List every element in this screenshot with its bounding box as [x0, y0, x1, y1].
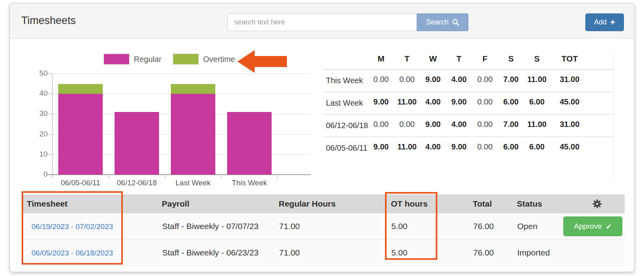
- week-cell-0-7: 31.00: [550, 75, 589, 84]
- bar-regular-2: [171, 94, 215, 175]
- week-cell-2-2: 9.00: [420, 120, 446, 129]
- status-cell: Imported: [513, 248, 570, 257]
- ytick-30: [48, 114, 52, 114]
- weekly-hours-table: MTWTFSSTOTThis Week0.000.009.004.000.007…: [323, 52, 614, 159]
- page-title: Timesheets: [21, 15, 76, 27]
- week-cell-2-0: 0.00: [368, 120, 394, 129]
- gridline-y50: [52, 73, 311, 74]
- week-cell-1-7: 45.00: [550, 97, 589, 106]
- status-cell: Open: [513, 222, 570, 231]
- regular-hours-cell: 71.00: [274, 222, 387, 231]
- approve-button[interactable]: Approve✔: [563, 216, 622, 236]
- legend-item-regular[interactable]: Regular: [103, 53, 161, 65]
- xtick-label-0: 06/05-06/11: [52, 179, 109, 187]
- week-cell-0-0: 0.00: [368, 75, 394, 84]
- search-button[interactable]: Search: [417, 13, 468, 31]
- col-header-payroll: Payroll: [157, 199, 274, 209]
- week-cell-0-5: 7.00: [498, 75, 524, 84]
- ytick-label-10: 10: [26, 150, 48, 159]
- legend-item-overtime[interactable]: Overtime: [172, 53, 235, 65]
- week-cell-1-6: 6.00: [524, 97, 550, 106]
- bar-overtime-2: [171, 84, 215, 94]
- timesheet-table: TimesheetPayrollRegular HoursOT hoursTot…: [22, 194, 625, 266]
- chart-legend: RegularOvertime: [103, 53, 235, 65]
- xtick-2: [165, 175, 165, 178]
- week-cell-3-1: 11.00: [394, 142, 420, 151]
- ytick-label-30: 30: [26, 109, 48, 118]
- week-cell-0-1: 0.00: [394, 75, 420, 84]
- search-button-label: Search: [426, 18, 448, 26]
- magnifier-icon: [452, 19, 459, 26]
- week-cell-2-3: 4.00: [446, 120, 472, 129]
- week-cell-0-3: 4.00: [446, 75, 472, 84]
- ytick-50: [48, 73, 52, 74]
- check-icon: ✔: [606, 222, 612, 231]
- ytick-label-20: 20: [26, 130, 48, 138]
- legend-label-regular: Regular: [134, 55, 161, 64]
- add-button[interactable]: Add +: [585, 13, 624, 31]
- week-cell-2-7: 31.00: [550, 120, 589, 129]
- plus-icon: +: [610, 18, 615, 27]
- regular-hours-cell: 71.00: [274, 248, 387, 257]
- xtick-label-1: 06/12-06/18: [109, 179, 165, 187]
- xtick-label-2: Last Week: [165, 179, 221, 187]
- ytick-10: [48, 154, 52, 155]
- week-cell-3-2: 4.00: [420, 142, 446, 151]
- total-cell: 76.00: [468, 248, 513, 257]
- week-cell-0-4: 0.00: [472, 75, 498, 84]
- search-input[interactable]: [228, 13, 417, 31]
- action-cell: Approve✔: [570, 213, 625, 239]
- week-cell-1-1: 11.00: [394, 97, 420, 106]
- approve-button-label: Approve: [574, 222, 602, 231]
- week-cell-3-5: 6.00: [498, 142, 524, 151]
- legend-label-overtime: Overtime: [203, 55, 235, 64]
- bar-regular-0: [58, 94, 103, 175]
- card-header: Timesheets Search Add +: [10, 4, 634, 39]
- week-cell-3-4: 0.00: [472, 142, 498, 151]
- week-cell-1-2: 4.00: [420, 97, 446, 106]
- chart-y-axis: [52, 74, 53, 178]
- bar-regular-3: [227, 112, 272, 175]
- timesheet-link[interactable]: 06/05/2023 - 06/18/2023: [31, 249, 113, 257]
- week-row-label: Last Week: [323, 97, 368, 109]
- timesheet-link[interactable]: 06/19/2023 - 07/02/2023: [31, 222, 113, 231]
- legend-swatch-overtime: [172, 53, 199, 65]
- week-cell-1-0: 9.00: [368, 97, 394, 106]
- week-table-header-row: MTWTFSSTOT: [323, 52, 614, 70]
- week-cell-3-0: 9.00: [368, 142, 394, 151]
- week-cell-2-5: 7.00: [498, 120, 524, 129]
- week-row-label: 06/12-06/18: [323, 120, 368, 131]
- ytick-40: [48, 93, 52, 94]
- week-table-edge: [614, 52, 614, 179]
- timesheet-table-header: TimesheetPayrollRegular HoursOT hoursTot…: [22, 194, 625, 213]
- xtick-0: [52, 175, 53, 178]
- ot-hours-cell: 5.00: [387, 248, 468, 257]
- action-cell: [570, 240, 625, 266]
- week-table-row-2: 06/12-06/180.000.009.004.000.007.0011.00…: [323, 115, 614, 137]
- add-button-label: Add: [594, 18, 607, 26]
- settings-column-header[interactable]: [570, 199, 625, 209]
- week-table-row-0: This Week0.000.009.004.000.007.0011.0031…: [323, 70, 614, 92]
- gear-icon[interactable]: [592, 199, 602, 209]
- week-col-s-6: S: [524, 54, 550, 63]
- payroll-cell: Staff - Biweekly - 06/23/23: [157, 248, 274, 257]
- week-cell-3-6: 6.00: [524, 142, 550, 151]
- payroll-cell: Staff - Biweekly - 07/07/23: [157, 222, 274, 231]
- bar-regular-1: [115, 112, 159, 175]
- col-header-timesheet: Timesheet: [22, 199, 157, 209]
- col-header-total: Total: [468, 199, 513, 209]
- xtick-1: [108, 175, 109, 178]
- week-cell-0-2: 9.00: [420, 75, 446, 84]
- ytick-label-0: 0: [26, 170, 48, 179]
- timesheet-cell: 06/19/2023 - 07/02/2023: [22, 222, 157, 231]
- week-col-w-2: W: [420, 54, 446, 63]
- xtick-label-3: This Week: [221, 179, 278, 187]
- week-col-t-1: T: [394, 54, 420, 63]
- timesheet-row-0: 06/19/2023 - 07/02/2023Staff - Biweekly …: [22, 213, 625, 240]
- week-cell-2-6: 11.00: [524, 120, 550, 129]
- annotation-arrow-icon: [237, 50, 287, 73]
- week-cell-3-7: 45.00: [550, 142, 589, 151]
- ytick-label-40: 40: [26, 89, 48, 98]
- week-row-label: 06/05-06/11: [323, 142, 368, 154]
- timesheets-card: Timesheets Search Add + RegularOvertime …: [9, 3, 635, 272]
